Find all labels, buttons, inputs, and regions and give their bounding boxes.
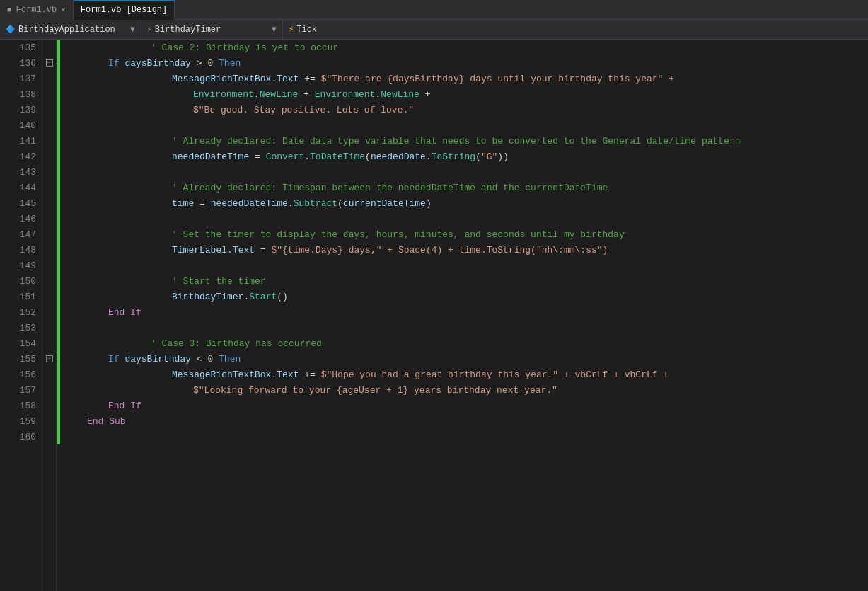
indent-137 (66, 74, 172, 84)
indent-155 (66, 354, 108, 365)
code-line-144: ' Already declared: Timespan between the… (66, 180, 868, 195)
gutter-135 (42, 40, 56, 55)
tab-close-form1-vb[interactable]: ✕ (61, 5, 66, 14)
indent-158 (66, 401, 108, 411)
tab-form1-vb[interactable]: ■ Form1.vb ✕ (0, 0, 74, 20)
str-148: $"{time.Days} days," + Space(4) + time.T… (271, 245, 608, 256)
gutter-147 (42, 226, 56, 242)
code-line-151: BirthdayTimer.Start() (66, 289, 868, 304)
code-line-152: End If (66, 304, 868, 320)
gutter-141 (42, 133, 56, 149)
dot-156: . (271, 369, 277, 380)
gutter-155[interactable]: − (42, 351, 56, 367)
tab-form1-vb-design[interactable]: Form1.vb [Design] (74, 0, 175, 20)
dot-151: . (243, 292, 249, 302)
code-line-141: ' Already declared: Date data type varia… (66, 133, 868, 149)
code-line-148: TimerLabel.Text = $"{time.Days} days," +… (66, 242, 868, 258)
op-155: < (191, 354, 207, 365)
gutter-146 (42, 211, 56, 226)
class-dropdown[interactable]: 🔷 BirthdayApplication ▼ (0, 20, 141, 40)
code-line-146 (66, 211, 868, 226)
indent-150 (66, 276, 172, 287)
paren-145a: ( (337, 198, 343, 209)
code-line-135: ' Case 2: Birthday is yet to occur (66, 40, 868, 55)
indent-139 (66, 105, 193, 115)
kw-then-136: Then (219, 58, 241, 69)
code-editor[interactable]: ' Case 2: Birthday is yet to occur If da… (60, 40, 868, 591)
method-todatetime-142: ToDateTime (310, 151, 365, 162)
collapse-136[interactable]: − (46, 59, 53, 67)
str-156: $"Hope you had a great birthday this yea… (321, 369, 669, 380)
gutter-136[interactable]: − (42, 55, 56, 71)
gutter: − − (42, 40, 57, 591)
line-158: 158 (0, 398, 42, 413)
code-line-139: $"Be good. Stay positive. Lots of love." (66, 102, 868, 117)
gutter-150 (42, 273, 56, 289)
gutter-143 (42, 164, 56, 180)
indent-147 (66, 229, 172, 240)
gutter-149 (42, 258, 56, 273)
line-140: 140 (0, 117, 42, 133)
gutter-139 (42, 102, 56, 117)
op-136: > (191, 58, 207, 69)
env-138a: Environment (193, 89, 254, 100)
gutter-151 (42, 289, 56, 304)
paren-142a: ( (365, 151, 371, 162)
gutter-137 (42, 71, 56, 86)
method-start-151: Start (249, 292, 277, 302)
op-142: = (249, 151, 265, 162)
var-mrtb-156: MessageRichTextBox (172, 369, 271, 380)
kw-endif-158: End If (108, 401, 141, 411)
parens-142c: )) (497, 151, 509, 162)
code-line-160 (66, 429, 868, 444)
collapse-155[interactable]: − (46, 355, 53, 362)
ide-window: ■ Form1.vb ✕ Form1.vb [Design] 🔷 Birthda… (0, 0, 868, 591)
var-nd-142: neededDate (371, 151, 426, 162)
vb-icon: ■ (7, 6, 12, 14)
line-144: 144 (0, 180, 42, 195)
line-141: 141 (0, 133, 42, 149)
line-143: 143 (0, 164, 42, 180)
gutter-144 (42, 180, 56, 195)
indent-141 (66, 136, 172, 147)
sp-136 (213, 58, 219, 69)
line-156: 156 (0, 367, 42, 382)
line-154: 154 (0, 335, 42, 351)
gutter-140 (42, 117, 56, 133)
op-137: += (299, 74, 320, 84)
indent-144 (66, 183, 172, 193)
line-153: 153 (0, 320, 42, 335)
gutter-138 (42, 86, 56, 102)
dot-142a: . (304, 151, 310, 162)
indent-138 (66, 89, 193, 100)
event-dropdown[interactable]: ⚡ Tick (283, 20, 323, 40)
line-149: 149 (0, 258, 42, 273)
code-line-159: End Sub (66, 413, 868, 429)
code-line-149 (66, 258, 868, 273)
num-155: 0 (207, 354, 213, 365)
method-dropdown[interactable]: ⚡ BirthdayTimer ▼ (141, 20, 283, 40)
kw-if-155: If (108, 354, 125, 365)
kw-endif-152: End If (108, 307, 141, 318)
event-label: Tick (296, 25, 317, 35)
env-138b: Environment (315, 89, 376, 100)
gutter-145 (42, 195, 56, 211)
code-area: 135 136 137 138 139 140 141 142 143 144 … (0, 40, 868, 591)
var-ndt-142: neededDateTime (172, 151, 249, 162)
line-137: 137 (0, 71, 42, 86)
var-db-155: daysBirthday (125, 354, 191, 365)
comment-150: ' Start the timer (172, 276, 266, 287)
class-label: BirthdayApplication (18, 25, 115, 35)
indent-145 (66, 198, 172, 209)
gutter-148 (42, 242, 56, 258)
line-142: 142 (0, 149, 42, 164)
gutter-153 (42, 320, 56, 335)
paren-145b: ) (426, 198, 432, 209)
method-sub-145: Subtract (294, 198, 337, 209)
env-nl-138a: NewLine (260, 89, 299, 100)
op-138b: + (419, 89, 431, 100)
class-arrow-icon: ▼ (130, 25, 135, 35)
line-152: 152 (0, 304, 42, 320)
line-151: 151 (0, 289, 42, 304)
gutter-152 (42, 304, 56, 320)
